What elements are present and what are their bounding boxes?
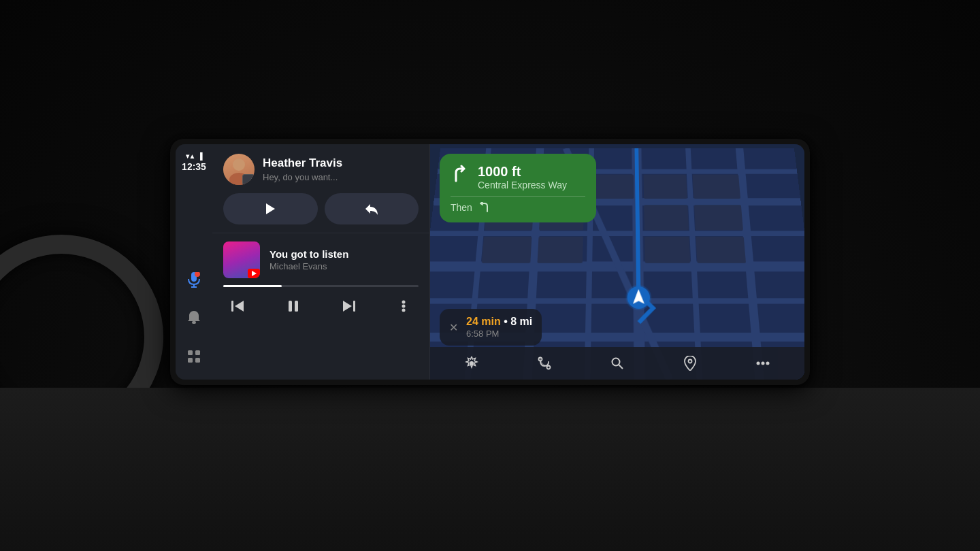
svg-rect-5 [188,350,193,355]
eta-distance: 8 mi [510,316,532,327]
svg-point-17 [402,309,406,312]
close-eta-button[interactable]: ✕ [449,321,458,334]
music-info: You got to listen Michael Evans [223,241,419,278]
svg-point-16 [402,305,406,308]
pause-button[interactable] [281,294,306,318]
nav-distance: 1000 ft [478,163,567,180]
navigation-card: 1000 ft Central Express Way Then [440,154,596,222]
svg-line-53 [619,365,623,369]
android-auto-screen: ▾▲ ▐ 12:35 [176,144,804,380]
svg-point-52 [612,358,619,366]
search-map-button[interactable] [604,350,630,376]
microphone-icon[interactable] [179,265,209,295]
pin-location-button[interactable] [677,350,703,376]
map-panel: 1000 ft Central Express Way Then ✕ [430,144,804,380]
wifi-icon: ▾▲ [186,152,196,160]
eta-time: 24 min • 8 mi [466,316,532,328]
status-bar: ▾▲ ▐ 12:35 [182,152,206,172]
svg-rect-7 [188,358,193,363]
previous-track-button[interactable] [226,294,250,318]
progress-bar[interactable] [223,285,419,287]
dashboard-surface [0,388,980,551]
contact-name: Heather Travis [263,156,419,170]
svg-rect-43 [644,175,687,199]
nav-then-row: Then [451,202,585,213]
eta-separator: • [504,316,510,327]
music-controls [223,294,419,318]
battery-icon: ▐ [197,152,202,160]
music-card: You got to listen Michael Evans [212,233,429,380]
grid-menu-icon[interactable] [179,341,209,371]
music-text: You got to listen Michael Evans [270,248,419,271]
screen-bezel: ▾▲ ▐ 12:35 [170,139,810,385]
message-card: Heather Travis Hey, do you want... [212,144,429,233]
svg-rect-48 [696,237,746,263]
eta-arrival: 6:58 PM [466,329,532,339]
next-track-button[interactable] [336,294,361,318]
avatar [223,154,255,185]
nav-street: Central Express Way [478,180,567,190]
progress-fill [223,285,282,287]
play-message-button[interactable] [223,193,318,224]
svg-point-56 [761,362,764,365]
svg-rect-46 [694,205,743,230]
notification-bell-icon[interactable] [179,303,209,333]
message-header: Heather Travis Hey, do you want... [223,154,419,185]
message-preview: Hey, do you want... [263,172,419,182]
svg-rect-47 [644,237,690,263]
artist-name: Michael Evans [270,261,419,271]
map-toolbar [430,347,804,380]
youtube-badge [248,269,260,278]
svg-point-57 [766,362,769,365]
svg-point-55 [756,362,760,365]
svg-rect-42 [537,237,583,263]
sidebar: ▾▲ ▐ 12:35 [176,144,212,380]
clock: 12:35 [182,161,206,172]
eta-duration: 24 min [466,316,501,327]
left-panel: Heather Travis Hey, do you want... [212,144,430,380]
album-art [223,241,260,278]
svg-rect-45 [644,205,689,230]
message-actions [223,193,419,224]
map-settings-button[interactable] [459,350,485,376]
svg-point-9 [233,158,245,171]
svg-rect-12 [289,301,292,312]
svg-line-32 [636,148,638,280]
nav-divider [451,196,585,197]
svg-rect-44 [693,175,740,199]
turn-arrow-icon [451,165,471,190]
song-title: You got to listen [270,248,419,260]
svg-point-10 [229,173,248,185]
svg-point-15 [402,301,406,304]
eta-card: ✕ 24 min • 8 mi 6:58 PM [440,309,542,346]
eta-info: 24 min • 8 mi 6:58 PM [466,316,532,339]
svg-rect-41 [482,237,532,263]
svg-rect-11 [231,301,233,312]
svg-rect-6 [195,350,200,355]
screen-container: ▾▲ ▐ 12:35 [170,139,810,385]
nav-distance-info: 1000 ft Central Express Way [478,163,567,190]
svg-point-54 [688,360,691,363]
svg-rect-4 [192,321,196,324]
message-text: Heather Travis Hey, do you want... [263,156,419,182]
nav-top: 1000 ft Central Express Way [451,163,585,190]
svg-rect-8 [195,358,200,363]
route-options-button[interactable] [532,350,557,376]
svg-rect-38 [594,175,634,199]
svg-rect-14 [353,301,355,312]
reply-message-button[interactable] [325,193,419,224]
overflow-menu-button[interactable] [750,350,776,376]
then-label: Then [451,202,472,213]
svg-rect-13 [295,301,298,312]
more-options-button[interactable] [391,294,416,318]
